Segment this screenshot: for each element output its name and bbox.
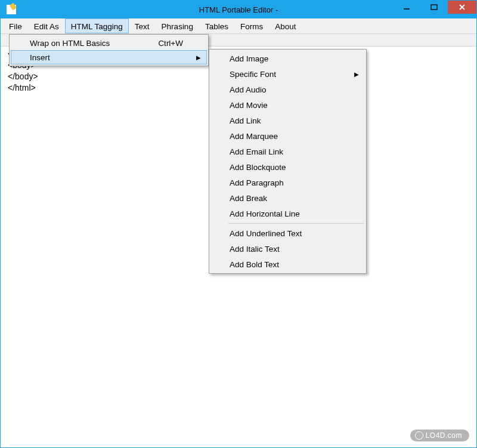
- menuitem-label: Add Link: [230, 116, 261, 125]
- window-title: HTML Portable Editor -: [199, 5, 278, 14]
- menuitem-shortcut: Ctrl+W: [158, 39, 183, 48]
- menuitem-label: Add Paragraph: [230, 178, 284, 187]
- menuitem-label: Add Underlined Text: [230, 229, 302, 238]
- close-button[interactable]: [448, 1, 476, 14]
- minimize-button[interactable]: [393, 1, 420, 14]
- menu-html-tagging[interactable]: HTML Tagging: [65, 18, 129, 33]
- menuitem-specific-font[interactable]: Specific Font ▶: [210, 66, 365, 82]
- menuitem-add-horizontal-line[interactable]: Add Horizontal Line: [210, 206, 365, 221]
- menuitem-label: Add Marquee: [230, 132, 278, 141]
- menuitem-label: Wrap on HTML Basics: [30, 39, 110, 48]
- menuitem-add-image[interactable]: Add Image: [210, 51, 365, 66]
- menu-edit-as[interactable]: Edit As: [28, 18, 65, 33]
- menuitem-label: Insert: [30, 53, 50, 62]
- menuitem-add-break[interactable]: Add Break: [210, 190, 365, 206]
- window-controls: [393, 1, 476, 14]
- application-window: HTML Portable Editor - File Edit As HTML…: [0, 0, 477, 448]
- menuitem-label: Add Break: [230, 194, 267, 203]
- globe-icon: [415, 431, 423, 440]
- menu-tables[interactable]: Tables: [199, 18, 234, 33]
- menu-file[interactable]: File: [3, 18, 28, 33]
- menuitem-label: Specific Font: [230, 70, 276, 79]
- svg-rect-1: [431, 5, 437, 10]
- watermark: LO4D.com: [410, 430, 469, 441]
- menuitem-label: Add Audio: [230, 85, 267, 94]
- menuitem-add-italic-text[interactable]: Add Italic Text: [210, 241, 365, 257]
- menuitem-insert[interactable]: Insert ▶: [11, 50, 207, 64]
- menu-forms[interactable]: Forms: [234, 18, 269, 33]
- menuitem-add-paragraph[interactable]: Add Paragraph: [210, 175, 365, 190]
- menuitem-add-marquee[interactable]: Add Marquee: [210, 128, 365, 144]
- submenu-arrow-icon: ▶: [354, 71, 359, 78]
- menu-phrasing[interactable]: Phrasing: [156, 18, 199, 33]
- menuitem-add-movie[interactable]: Add Movie: [210, 97, 365, 113]
- menubar: File Edit As HTML Tagging Text Phrasing …: [1, 18, 476, 34]
- menuitem-label: Add Horizontal Line: [230, 209, 300, 218]
- menuitem-wrap-html-basics[interactable]: Wrap on HTML Basics Ctrl+W: [11, 36, 207, 50]
- menuitem-label: Add Italic Text: [230, 245, 280, 254]
- menuitem-add-blockquote[interactable]: Add Blockquote: [210, 159, 365, 175]
- menu-text[interactable]: Text: [129, 18, 156, 33]
- app-icon: [7, 5, 16, 14]
- menuitem-add-bold-text[interactable]: Add Bold Text: [210, 257, 365, 272]
- menuitem-label: Add Image: [230, 54, 268, 63]
- menuitem-label: Add Email Link: [230, 147, 283, 156]
- menu-separator: [228, 223, 364, 224]
- menuitem-label: Add Blockquote: [230, 163, 286, 172]
- submenu-arrow-icon: ▶: [196, 54, 201, 61]
- menuitem-label: Add Movie: [230, 101, 268, 110]
- html-tagging-dropdown: Wrap on HTML Basics Ctrl+W Insert ▶: [9, 34, 209, 66]
- insert-submenu: Add Image Specific Font ▶ Add Audio Add …: [209, 49, 367, 274]
- menuitem-add-audio[interactable]: Add Audio: [210, 82, 365, 97]
- menuitem-add-underlined-text[interactable]: Add Underlined Text: [210, 225, 365, 241]
- menuitem-label: Add Bold Text: [230, 260, 279, 269]
- maximize-button[interactable]: [420, 1, 448, 14]
- menu-about[interactable]: About: [269, 18, 302, 33]
- watermark-text: LO4D.com: [426, 431, 462, 440]
- menuitem-add-email-link[interactable]: Add Email Link: [210, 144, 365, 159]
- titlebar[interactable]: HTML Portable Editor -: [1, 1, 476, 18]
- menuitem-add-link[interactable]: Add Link: [210, 113, 365, 128]
